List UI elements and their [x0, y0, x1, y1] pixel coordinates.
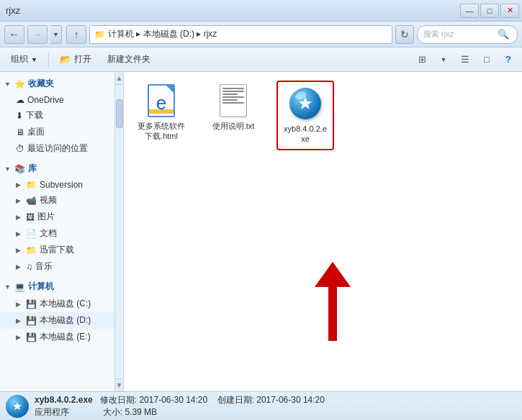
status-exe-icon-svg: [12, 401, 22, 411]
sidebar-item-drive-d[interactable]: ▶ 💾 本地磁盘 (D:): [0, 312, 114, 329]
computer-arrow: ▼: [4, 283, 12, 291]
sidebar-item-downloads[interactable]: ⬇ 下载: [0, 107, 114, 124]
music-arrow: ▶: [16, 263, 23, 270]
view-dropdown-button[interactable]: ▼: [434, 50, 453, 69]
status-bar: xyb8.4.0.2.exe 修改日期: 2017-06-30 14:20 创建…: [0, 391, 522, 420]
nav-dropdown[interactable]: ▼: [50, 25, 62, 44]
preview-button[interactable]: □: [477, 50, 496, 69]
sidebar-item-desktop[interactable]: 🖥 桌面: [0, 124, 114, 140]
title-bar-controls: — □ ✕: [460, 4, 519, 18]
sidebar-section-favorites: ▼ ⭐ 收藏夹 ☁ OneDrive ⬇ 下载 🖥 桌面 ⏱ 最近访问的位置: [0, 75, 114, 157]
xunlei-arrow: ▶: [16, 247, 23, 254]
txt-file-label: 使用说明.txt: [212, 121, 255, 131]
file-item-txt[interactable]: 使用说明.txt: [204, 81, 262, 134]
open-button[interactable]: 📂 打开: [53, 50, 98, 69]
sidebar-item-drive-e[interactable]: ▶ 💾 本地磁盘 (E:): [0, 329, 114, 345]
video-label: 视频: [40, 194, 57, 206]
organize-button[interactable]: 组织 ▼: [4, 50, 44, 69]
subversion-label: Subversion: [40, 180, 83, 190]
new-folder-button[interactable]: 新建文件夹: [101, 50, 157, 69]
status-file-icon: [6, 395, 29, 418]
sidebar-section-computer: ▼ 💻 计算机 ▶ 💾 本地磁盘 (C:) ▶ 💾 本地磁盘 (D:) ▶ 💾 …: [0, 278, 114, 345]
drive-e-label: 本地磁盘 (E:): [40, 331, 91, 343]
sidebar-item-music[interactable]: ▶ ♫ 音乐: [0, 258, 114, 275]
files-grid: e 更多系统软件下载.html: [132, 81, 513, 150]
xunlei-icon: 📁: [26, 245, 37, 255]
status-modified-label: 修改日期:: [100, 395, 137, 405]
downloads-label: 下载: [26, 109, 43, 122]
drive-c-label: 本地磁盘 (C:): [40, 298, 91, 310]
file-icon-txt: [216, 83, 251, 118]
video-icon: 📹: [26, 196, 37, 206]
video-arrow: ▶: [16, 197, 23, 204]
status-text: xyb8.4.0.2.exe 修改日期: 2017-06-30 14:20 创建…: [35, 394, 325, 419]
help-button[interactable]: ?: [499, 50, 518, 69]
computer-icon: 💻: [14, 282, 25, 292]
txt-line-1: [222, 88, 244, 89]
view-options-button[interactable]: ⊞: [413, 50, 431, 69]
status-filename: xyb8.4.0.2.exe: [35, 395, 93, 405]
search-icon[interactable]: 🔍: [495, 27, 511, 42]
toolbar-right: ⊞ ▼ ☰ □ ?: [413, 50, 518, 69]
drive-c-arrow: ▶: [16, 301, 23, 308]
svg-marker-2: [315, 262, 351, 287]
favorites-arrow: ▼: [4, 81, 12, 88]
file-icon-exe: [288, 86, 323, 121]
sidebar-header-library[interactable]: ▼ 📚 库: [0, 160, 114, 178]
svg-marker-0: [299, 97, 312, 109]
file-item-html[interactable]: e 更多系统软件下载.html: [132, 81, 190, 145]
address-bar: ← → ▼ ↑ 📁 计算机 ▸ 本地磁盘 (D:) ▸ rjxz ↻ 搜索 rj…: [0, 22, 522, 47]
status-type-label: 应用程序: [35, 407, 69, 417]
txt-line-3: [222, 93, 238, 95]
search-box[interactable]: 搜索 rjxz 🔍: [417, 25, 518, 44]
sidebar-scrollbar[interactable]: ▲ ▼: [115, 72, 124, 391]
back-button[interactable]: ←: [4, 25, 24, 44]
favorites-label: 收藏夹: [28, 78, 54, 90]
sidebar-item-recent[interactable]: ⏱ 最近访问的位置: [0, 140, 114, 157]
documents-arrow: ▶: [16, 230, 23, 237]
sidebar-item-documents[interactable]: ▶ 📄 文档: [0, 225, 114, 242]
exe-icon-graphic: [289, 88, 321, 119]
recent-label: 最近访问的位置: [27, 142, 88, 155]
svg-marker-3: [13, 402, 21, 410]
documents-icon: 📄: [26, 229, 37, 239]
new-folder-label: 新建文件夹: [107, 53, 150, 65]
drive-d-icon: 💾: [26, 316, 37, 326]
sidebar-section-library: ▼ 📚 库 ▶ 📁 Subversion ▶ 📹 视频 ▶ 🖼 图片 ▶: [0, 160, 114, 275]
details-view-button[interactable]: ☰: [456, 50, 474, 69]
refresh-button[interactable]: ↻: [395, 25, 414, 44]
txt-line-4: [222, 96, 244, 98]
forward-button[interactable]: →: [27, 25, 48, 44]
pictures-icon: 🖼: [26, 212, 35, 222]
recent-icon: ⏱: [16, 144, 24, 154]
sidebar-item-pictures[interactable]: ▶ 🖼 图片: [0, 209, 114, 225]
onedrive-label: OneDrive: [27, 95, 64, 105]
sidebar-item-subversion[interactable]: ▶ 📁 Subversion: [0, 178, 114, 192]
sidebar-item-onedrive[interactable]: ☁ OneDrive: [0, 93, 114, 107]
sidebar-item-video[interactable]: ▶ 📹 视频: [0, 192, 114, 209]
subversion-icon: 📁: [26, 180, 37, 190]
file-area: e 更多系统软件下载.html: [124, 72, 522, 391]
music-icon: ♫: [26, 262, 32, 272]
documents-label: 文档: [40, 227, 57, 239]
library-icon: 📚: [14, 164, 25, 174]
file-item-exe[interactable]: xyb8.4.0.2.exe: [276, 81, 334, 150]
annotation-arrow: [289, 255, 376, 348]
maximize-button[interactable]: □: [480, 4, 499, 18]
close-button[interactable]: ✕: [500, 4, 519, 18]
sidebar-item-xunlei[interactable]: ▶ 📁 迅雷下载: [0, 242, 114, 258]
window-title: rjxz: [3, 5, 20, 16]
status-size: 5.39 MB: [125, 407, 157, 417]
drive-e-icon: 💾: [26, 332, 37, 342]
sidebar-header-computer[interactable]: ▼ 💻 计算机: [0, 278, 114, 296]
status-created-label: 创建日期:: [217, 395, 254, 405]
status-modified-date: 2017-06-30 14:20: [139, 395, 207, 405]
drive-d-label: 本地磁盘 (D:): [40, 314, 91, 327]
scroll-thumb[interactable]: [116, 99, 123, 128]
sidebar-header-favorites[interactable]: ▼ ⭐ 收藏夹: [0, 75, 114, 93]
up-button[interactable]: ↑: [66, 25, 86, 44]
music-label: 音乐: [35, 260, 53, 273]
minimize-button[interactable]: —: [460, 4, 479, 18]
address-path[interactable]: 📁 计算机 ▸ 本地磁盘 (D:) ▸ rjxz: [89, 25, 392, 44]
sidebar-item-drive-c[interactable]: ▶ 💾 本地磁盘 (C:): [0, 296, 114, 312]
